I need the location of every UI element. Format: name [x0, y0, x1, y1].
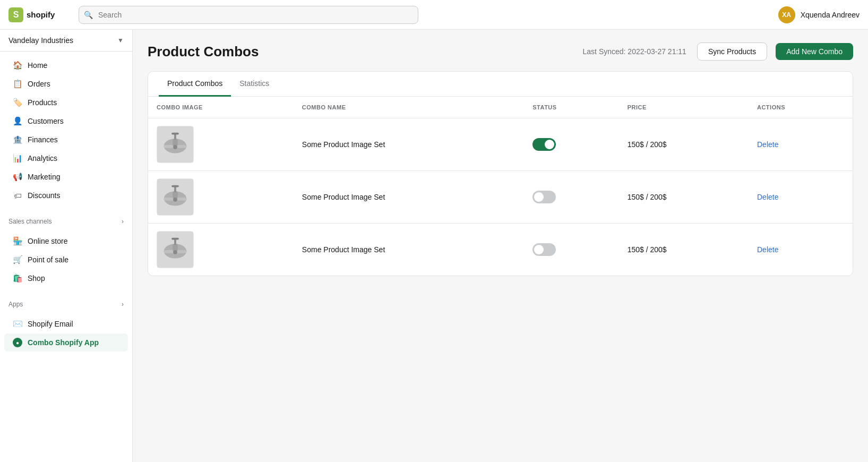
- finances-icon: 🏦: [13, 135, 22, 144]
- sidebar-nav: 🏠 Home 📋 Orders 🏷️ Products 👤 Customers …: [0, 52, 132, 209]
- sidebar-item-orders[interactable]: 📋 Orders: [4, 75, 128, 93]
- status-cell: [524, 224, 618, 276]
- combo-image-cell: [148, 171, 294, 224]
- analytics-icon: 📊: [13, 153, 22, 163]
- sidebar-item-customers[interactable]: 👤 Customers: [4, 112, 128, 130]
- sales-channels-section: Sales channels ›: [0, 209, 132, 227]
- apps-expand-icon: ›: [122, 301, 124, 308]
- sidebar-item-shopify-email[interactable]: ✉️ Shopify Email: [4, 315, 128, 333]
- email-icon: ✉️: [13, 319, 22, 329]
- product-image: [157, 178, 194, 216]
- combos-table: Combo Image Combo Name Status Price: [148, 97, 853, 276]
- search-icon: 🔍: [84, 11, 93, 19]
- sidebar-item-analytics[interactable]: 📊 Analytics: [4, 149, 128, 167]
- svg-rect-3: [173, 139, 178, 146]
- add-new-combo-button[interactable]: Add New Combo: [776, 43, 853, 60]
- products-icon: 🏷️: [13, 98, 22, 107]
- delete-button-3[interactable]: Delete: [757, 245, 778, 254]
- sidebar-item-online-store[interactable]: 🏪 Online store: [4, 232, 128, 250]
- price-cell: 150$ / 200$: [619, 224, 749, 276]
- sidebar-item-label: Marketing: [28, 173, 60, 181]
- home-icon: 🏠: [13, 61, 22, 70]
- sidebar-item-discounts[interactable]: 🏷 Discounts: [4, 186, 128, 204]
- table-row: Some Product Image Set 150$ / 200$: [148, 171, 853, 224]
- online-store-icon: 🏪: [13, 236, 22, 246]
- store-name: Vandelay Industries: [8, 36, 73, 45]
- avatar: XA: [778, 6, 795, 23]
- svg-point-4: [173, 145, 177, 149]
- sync-products-button[interactable]: Sync Products: [697, 42, 767, 61]
- store-selector[interactable]: Vandelay Industries ▼: [0, 30, 132, 52]
- main-content: Product Combos Last Synced: 2022-03-27 2…: [133, 30, 868, 462]
- sidebar-item-label: Online store: [28, 237, 67, 245]
- expand-icon: ›: [122, 218, 124, 225]
- sidebar-item-label: Point of sale: [28, 255, 68, 264]
- sidebar-item-label: Combo Shopify App: [28, 338, 99, 347]
- sidebar-item-label: Products: [28, 98, 57, 107]
- sidebar-item-marketing[interactable]: 📢 Marketing: [4, 168, 128, 186]
- status-toggle-1[interactable]: [532, 138, 556, 151]
- actions-cell: Delete: [749, 171, 853, 224]
- col-header-actions: Actions: [749, 97, 853, 118]
- combo-app-icon: ●: [13, 338, 22, 347]
- tab-statistics[interactable]: Statistics: [231, 72, 278, 97]
- table-container: Combo Image Combo Name Status Price: [148, 97, 853, 276]
- product-image: [157, 126, 194, 163]
- product-image: [157, 231, 194, 268]
- orders-icon: 📋: [13, 79, 22, 89]
- topbar-right: XA Xquenda Andreev: [778, 6, 860, 23]
- apps-section: Apps ›: [0, 292, 132, 310]
- sidebar-item-home[interactable]: 🏠 Home: [4, 56, 128, 74]
- svg-rect-17: [173, 244, 178, 251]
- actions-cell: Delete: [749, 224, 853, 276]
- delete-button-2[interactable]: Delete: [757, 193, 778, 201]
- sidebar-item-label: Shopify Email: [28, 320, 73, 328]
- delete-button-1[interactable]: Delete: [757, 140, 778, 149]
- status-cell: [524, 118, 618, 171]
- last-synced-text: Last Synced: 2022-03-27 21:11: [583, 47, 686, 56]
- user-name: Xquenda Andreev: [801, 11, 860, 19]
- status-cell: [524, 171, 618, 224]
- combo-image-cell: [148, 118, 294, 171]
- product-combos-card: Product Combos Statistics Combo Image: [148, 71, 853, 276]
- table-row: Some Product Image Set 150$ / 200$: [148, 118, 853, 171]
- sidebar-item-combo-shopify-app[interactable]: ● Combo Shopify App: [4, 333, 128, 352]
- combo-name-cell: Some Product Image Set: [294, 118, 524, 171]
- sidebar-item-label: Customers: [28, 117, 64, 125]
- product-image-svg: [157, 179, 193, 215]
- sidebar-item-label: Orders: [28, 80, 50, 88]
- sidebar-item-products[interactable]: 🏷️ Products: [4, 93, 128, 112]
- product-image-svg: [157, 232, 193, 268]
- search-input[interactable]: [79, 6, 418, 24]
- sidebar-item-point-of-sale[interactable]: 🛒 Point of sale: [4, 251, 128, 269]
- price-cell: 150$ / 200$: [619, 118, 749, 171]
- tabs: Product Combos Statistics: [148, 72, 853, 97]
- svg-rect-20: [171, 238, 179, 240]
- col-header-price: Price: [619, 97, 749, 118]
- sales-channels-nav: 🏪 Online store 🛒 Point of sale 🛍️ Shop: [0, 227, 132, 292]
- col-header-combo-image: Combo Image: [148, 97, 294, 118]
- combo-image-cell: [148, 224, 294, 276]
- svg-rect-6: [171, 133, 179, 135]
- sidebar-item-label: Finances: [28, 135, 58, 144]
- table-row: Some Product Image Set 150$ / 200$: [148, 224, 853, 276]
- sidebar-item-finances[interactable]: 🏦 Finances: [4, 131, 128, 149]
- page-title: Product Combos: [148, 44, 574, 60]
- sidebar-item-label: Analytics: [28, 154, 57, 162]
- sidebar-item-label: Shop: [28, 274, 45, 283]
- status-toggle-2[interactable]: [532, 191, 556, 203]
- search-bar: 🔍: [79, 6, 418, 24]
- apps-nav: ✉️ Shopify Email ● Combo Shopify App: [0, 310, 132, 356]
- customers-icon: 👤: [13, 116, 22, 126]
- svg-point-11: [173, 198, 177, 202]
- col-header-status: Status: [524, 97, 618, 118]
- sidebar: Vandelay Industries ▼ 🏠 Home 📋 Orders 🏷️…: [0, 30, 133, 462]
- shop-icon: 🛍️: [13, 273, 22, 283]
- main-layout: Vandelay Industries ▼ 🏠 Home 📋 Orders 🏷️…: [0, 30, 868, 462]
- svg-rect-13: [171, 185, 179, 187]
- status-toggle-3[interactable]: [532, 243, 556, 256]
- sidebar-item-shop[interactable]: 🛍️ Shop: [4, 269, 128, 287]
- shopify-logo: S shopify: [8, 7, 72, 22]
- tab-product-combos[interactable]: Product Combos: [159, 72, 231, 97]
- product-image-svg: [157, 126, 193, 162]
